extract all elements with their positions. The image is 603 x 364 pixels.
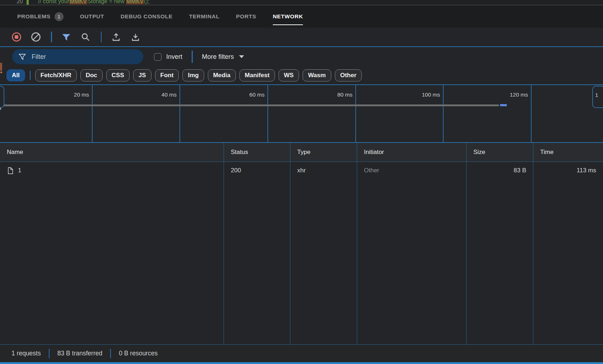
timeline-tick: 20 ms [50, 92, 89, 98]
toolbar-divider [101, 32, 102, 42]
timeline-gridline [179, 85, 180, 142]
column-header-type[interactable]: Type [290, 143, 357, 162]
request-row-initiator[interactable]: Other [357, 162, 466, 179]
clear-icon [31, 32, 41, 42]
column-label: Initiator [364, 149, 384, 156]
more-filters-dropdown[interactable]: More filters [202, 53, 244, 61]
summary-bar: 1 requests 83 B transferred 0 B resource… [0, 344, 603, 362]
chip-img[interactable]: Img [182, 69, 204, 81]
tab-output[interactable]: OUTPUT [80, 5, 104, 28]
tab-debug-console[interactable]: DEBUG CONSOLE [121, 5, 173, 28]
request-row-type[interactable]: xhr [290, 162, 357, 179]
chip-label: All [12, 72, 20, 79]
chip-media[interactable]: Media [208, 69, 236, 81]
chip-wasm[interactable]: Wasm [303, 69, 331, 81]
record-stop-icon [11, 32, 22, 42]
network-toolbar [0, 28, 603, 47]
chip-label: Manifest [245, 72, 270, 79]
table-header-row: Name Status Type Initiator Size Time [0, 143, 603, 162]
overview-clipped-frame-right: 1 [592, 86, 603, 108]
tab-label: NETWORK [273, 13, 303, 20]
chip-doc[interactable]: Doc [80, 69, 103, 81]
search-highlight: MMKV [69, 0, 87, 4]
tab-network[interactable]: NETWORK [273, 5, 303, 28]
active-tab-underline [273, 24, 303, 25]
transferred-size: 83 B transferred [57, 350, 102, 357]
code-text: Storage = new [87, 0, 126, 4]
request-row-name[interactable]: 1 [0, 162, 224, 179]
overview-clipped-frame-left [0, 86, 4, 108]
record-stop-button[interactable] [11, 32, 22, 42]
filter-input-pill[interactable] [12, 49, 143, 64]
chevron-down-icon [239, 55, 244, 58]
chip-other[interactable]: Other [335, 69, 362, 81]
download-icon [131, 32, 140, 42]
timeline-gridline [531, 85, 532, 142]
tab-label: DEBUG CONSOLE [121, 13, 173, 20]
chip-manifest[interactable]: Manifest [239, 69, 275, 81]
chip-font[interactable]: Font [155, 69, 179, 81]
request-name: 1 [18, 167, 21, 174]
time-column: 113 ms [533, 162, 603, 344]
export-har-button[interactable] [130, 32, 140, 42]
resources-size: 0 B resources [119, 350, 158, 357]
status-column: 200 [224, 162, 290, 344]
timeline-clipped-tick: 1 [595, 92, 598, 98]
column-header-time[interactable]: Time [533, 143, 603, 162]
invert-checkbox[interactable] [154, 53, 162, 61]
request-row-status[interactable]: 200 [224, 162, 290, 179]
panel-tab-bar: PROBLEMS 1 OUTPUT DEBUG CONSOLE TERMINAL… [0, 5, 603, 28]
invert-checkbox-group[interactable]: Invert [154, 53, 182, 61]
column-header-name[interactable]: Name [0, 143, 224, 162]
import-har-button[interactable] [111, 32, 121, 42]
chip-label: Other [340, 72, 356, 79]
code-text: // const your [38, 0, 69, 4]
chip-label: Font [160, 72, 174, 79]
column-label: Name [7, 149, 23, 156]
code-text: (); [144, 0, 149, 4]
network-overview-timeline[interactable]: 20 ms 40 ms 60 ms 80 ms 100 ms 120 ms 1 [0, 84, 603, 143]
overview-response-tip [500, 104, 507, 106]
request-row-time[interactable]: 113 ms [533, 162, 603, 179]
chip-ws[interactable]: WS [279, 69, 299, 81]
minimap-dot [0, 71, 2, 73]
summary-divider [49, 349, 50, 358]
chip-fetch-xhr[interactable]: Fetch/XHR [35, 69, 77, 81]
column-header-initiator[interactable]: Initiator [357, 143, 466, 162]
chip-label: Wasm [308, 72, 326, 79]
name-column: 1 [0, 162, 224, 344]
chip-label: CSS [112, 72, 124, 79]
chip-css[interactable]: CSS [106, 69, 130, 81]
search-icon [81, 32, 90, 42]
chip-label: Fetch/XHR [41, 72, 71, 79]
search-highlight: MMKV [126, 0, 144, 4]
column-label: Type [297, 149, 310, 156]
funnel-outline-icon [18, 52, 27, 61]
type-column: xhr [290, 162, 357, 344]
filter-bar: Invert More filters [0, 47, 603, 66]
chip-js[interactable]: JS [133, 69, 151, 81]
size-value: 83 B [514, 167, 526, 174]
filter-input[interactable] [31, 53, 137, 61]
overview-request-bar [3, 104, 499, 106]
tab-terminal[interactable]: TERMINAL [189, 5, 220, 28]
column-header-size[interactable]: Size [466, 143, 533, 162]
request-type-filters: All Fetch/XHR Doc CSS JS Font Img Media … [0, 66, 603, 84]
request-row-size[interactable]: 83 B [467, 162, 533, 179]
column-label: Time [540, 149, 553, 156]
status-value: 200 [231, 167, 241, 174]
chips-divider [30, 71, 31, 80]
editor-code-sliver: 20// const yourMMKVStorage = new MMKV(); [0, 0, 603, 5]
type-value: xhr [297, 167, 306, 174]
search-button[interactable] [81, 32, 91, 42]
clear-network-log-button[interactable] [31, 32, 41, 42]
chip-all[interactable]: All [6, 69, 25, 81]
gutter-modified-marker [27, 0, 29, 5]
tab-ports[interactable]: PORTS [236, 5, 256, 28]
column-header-status[interactable]: Status [224, 143, 290, 162]
timeline-tick: 100 ms [401, 92, 440, 98]
tab-label: PROBLEMS [17, 13, 51, 20]
tab-problems[interactable]: PROBLEMS 1 [17, 5, 64, 28]
code-line: 20// const yourMMKVStorage = new MMKV(); [0, 0, 149, 5]
filter-toggle-button[interactable] [61, 32, 71, 42]
